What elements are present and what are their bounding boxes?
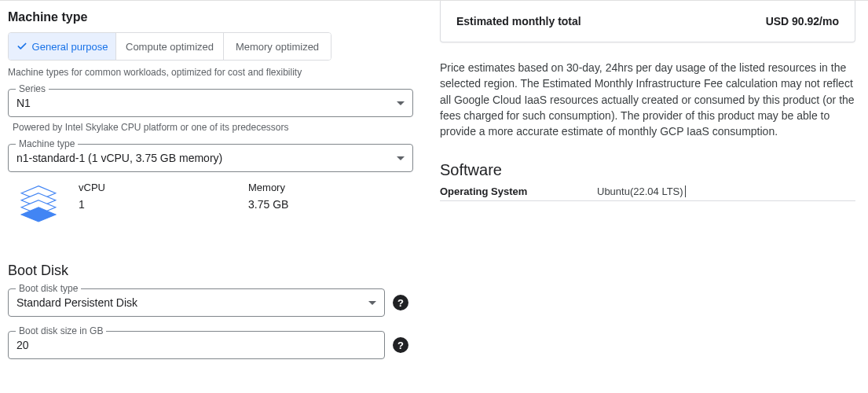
tab-general-purpose[interactable]: General purpose — [9, 33, 116, 60]
estimated-total-card: Estimated monthly total USD 90.92/mo — [440, 1, 855, 42]
machine-type-tabs: General purpose Compute optimized Memory… — [8, 32, 331, 61]
series-value: N1 — [16, 97, 31, 109]
memory-label: Memory — [248, 182, 418, 193]
help-icon[interactable]: ? — [393, 295, 408, 310]
machine-type-value: n1-standard-1 (1 vCPU, 3.75 GB memory) — [16, 152, 222, 164]
tabs-helper-text: Machine types for common workloads, opti… — [8, 67, 418, 78]
tab-label: Compute optimized — [126, 41, 214, 53]
boot-disk-heading: Boot Disk — [8, 263, 418, 279]
memory-value: 3.75 GB — [248, 198, 418, 211]
machine-type-heading: Machine type — [8, 10, 418, 24]
os-label: Operating System — [440, 185, 597, 197]
tab-label: Memory optimized — [236, 41, 319, 53]
chevron-down-icon — [397, 156, 405, 160]
software-heading: Software — [440, 161, 855, 179]
estimated-total-value: USD 90.92/mo — [766, 15, 839, 28]
boot-disk-size-label: Boot disk size in GB — [16, 325, 106, 336]
tab-label: General purpose — [32, 41, 108, 53]
vcpu-label: vCPU — [79, 182, 248, 193]
chevron-down-icon — [368, 301, 376, 305]
tab-compute-optimized[interactable]: Compute optimized — [116, 33, 224, 60]
os-value: Ubuntu(22.04 LTS) — [597, 185, 686, 197]
check-icon — [16, 41, 27, 52]
machine-type-label: Machine type — [16, 138, 78, 149]
price-disclaimer: Price estimates based on 30-day, 24hrs p… — [440, 60, 855, 139]
boot-disk-type-label: Boot disk type — [16, 283, 81, 294]
series-select[interactable]: N1 — [8, 89, 413, 117]
machine-stack-icon — [16, 182, 79, 231]
series-helper-text: Powered by Intel Skylake CPU platform or… — [13, 122, 418, 133]
estimated-total-label: Estimated monthly total — [456, 15, 581, 28]
chevron-down-icon — [397, 101, 405, 105]
help-icon[interactable]: ? — [393, 337, 408, 353]
boot-disk-type-value: Standard Persistent Disk — [16, 296, 137, 309]
vcpu-value: 1 — [79, 198, 248, 211]
tab-memory-optimized[interactable]: Memory optimized — [224, 33, 331, 60]
series-label: Series — [16, 83, 49, 94]
software-row: Operating System Ubuntu(22.04 LTS) — [440, 185, 855, 201]
